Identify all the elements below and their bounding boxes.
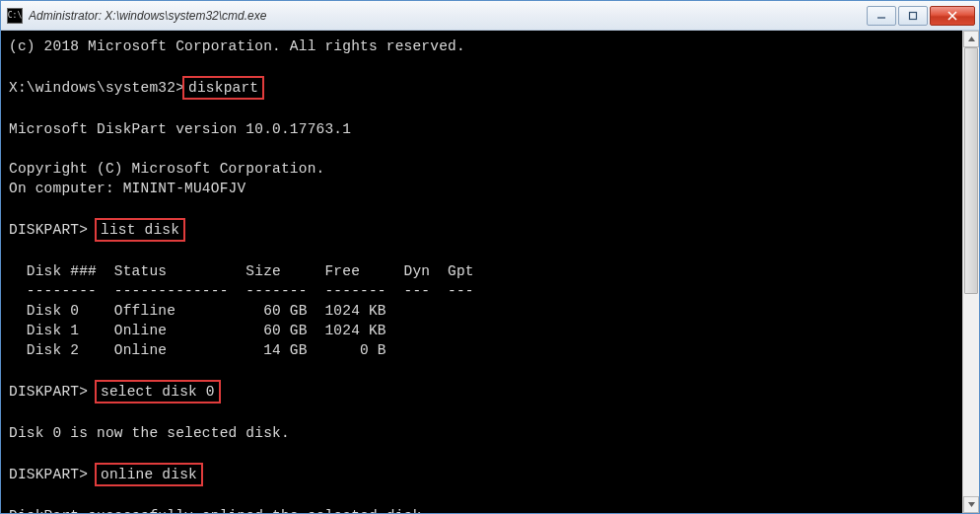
scroll-down-button[interactable]: [963, 496, 979, 513]
terminal-output[interactable]: (c) 2018 Microsoft Corporation. All righ…: [1, 31, 962, 513]
table-row: Disk 0 Offline 60 GB 1024 KB: [9, 301, 954, 321]
client-area: (c) 2018 Microsoft Corporation. All righ…: [1, 31, 979, 513]
table-row: Disk 2 Online 14 GB 0 B: [9, 340, 954, 360]
cmd-icon: C:\: [7, 8, 23, 24]
prompt-line: X:\windows\system32>diskpart: [9, 76, 954, 100]
prompt-line: DISKPART> select disk 0: [9, 380, 954, 404]
scroll-track[interactable]: [963, 47, 979, 496]
svg-marker-4: [968, 37, 975, 41]
maximize-button[interactable]: [898, 6, 928, 26]
output-line: [9, 139, 954, 159]
prompt: X:\windows\system32>: [9, 80, 184, 96]
titlebar[interactable]: C:\ Administrator: X:\windows\system32\c…: [1, 1, 979, 31]
svg-rect-1: [910, 12, 917, 19]
scroll-thumb[interactable]: [964, 47, 978, 294]
prompt: DISKPART>: [9, 222, 97, 238]
output-line: Copyright (C) Microsoft Corporation.: [9, 159, 954, 179]
output-line: [9, 100, 954, 119]
highlight-command: diskpart: [182, 76, 264, 100]
window-controls: [867, 6, 975, 26]
table-row: Disk 1 Online 60 GB 1024 KB: [9, 321, 954, 340]
table-header: Disk ### Status Size Free Dyn Gpt: [9, 261, 954, 281]
output-line: On computer: MININT-MU4OFJV: [9, 179, 954, 198]
output-line: (c) 2018 Microsoft Corporation. All righ…: [9, 37, 954, 56]
output-line: [9, 404, 954, 423]
close-button[interactable]: [930, 6, 975, 26]
cmd-icon-label: C:\: [8, 11, 22, 20]
highlight-command: select disk 0: [95, 380, 221, 404]
cmd-window: C:\ Administrator: X:\windows\system32\c…: [0, 0, 980, 514]
highlight-command: list disk: [95, 218, 185, 242]
output-line: DiskPart successfully onlined the select…: [9, 506, 954, 513]
highlight-command: online disk: [95, 463, 203, 486]
prompt-line: DISKPART> list disk: [9, 218, 954, 242]
output-line: [9, 198, 954, 218]
output-line: [9, 360, 954, 380]
output-line: Microsoft DiskPart version 10.0.17763.1: [9, 119, 954, 139]
output-line: Disk 0 is now the selected disk.: [9, 423, 954, 443]
minimize-button[interactable]: [867, 6, 896, 26]
output-line: [9, 486, 954, 506]
prompt: DISKPART>: [9, 384, 97, 400]
svg-marker-5: [968, 502, 975, 507]
vertical-scrollbar[interactable]: [962, 31, 979, 513]
window-title: Administrator: X:\windows\system32\cmd.e…: [29, 9, 867, 23]
output-line: [9, 443, 954, 463]
table-separator: -------- ------------- ------- ------- -…: [9, 281, 954, 301]
output-line: [9, 56, 954, 76]
output-line: [9, 242, 954, 261]
scroll-up-button[interactable]: [963, 31, 979, 47]
prompt-line: DISKPART> online disk: [9, 463, 954, 486]
prompt: DISKPART>: [9, 467, 97, 482]
